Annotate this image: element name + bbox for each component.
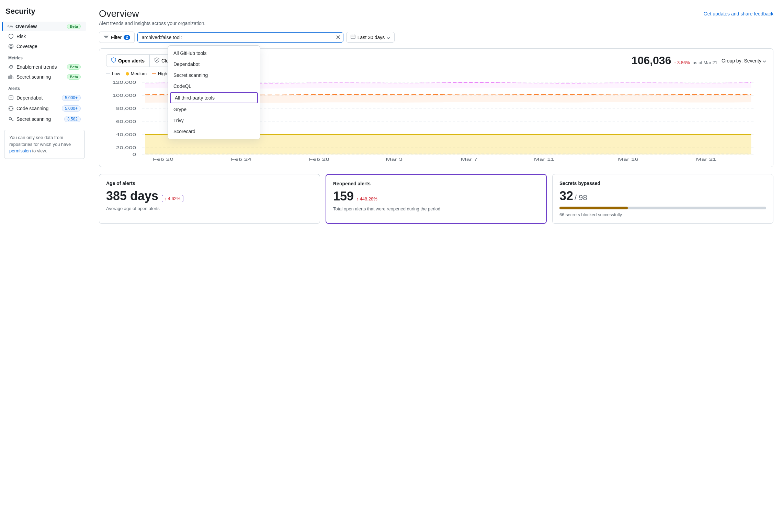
dropdown-item-codeql[interactable]: CodeQL <box>168 81 260 92</box>
age-change-box: ↑ 4.62% <box>162 195 183 202</box>
search-input[interactable] <box>137 32 343 43</box>
svg-text:Mar 11: Mar 11 <box>534 157 555 161</box>
sidebar-item-label-coverage: Coverage <box>16 44 37 49</box>
sidebar-item-enablement[interactable]: Enablement trends Beta <box>3 62 86 72</box>
svg-text:Mar 16: Mar 16 <box>618 157 638 161</box>
svg-rect-6 <box>10 75 11 79</box>
sidebar-item-risk[interactable]: Risk <box>3 32 86 41</box>
overview-beta-badge: Beta <box>67 24 81 29</box>
legend-low: Low <box>106 71 120 76</box>
dropdown-item-all-github[interactable]: All GitHub tools <box>168 48 260 59</box>
key-icon <box>8 116 14 122</box>
legend-medium-icon <box>126 72 129 76</box>
svg-text:Mar 7: Mar 7 <box>461 157 478 161</box>
wave-icon <box>7 24 13 29</box>
svg-rect-7 <box>12 77 13 79</box>
secret-scanning-alert-count: 3,582 <box>64 116 81 122</box>
svg-rect-13 <box>351 35 355 39</box>
chevron-down-group-icon <box>763 58 766 63</box>
alerts-section-label: Alerts <box>0 82 89 92</box>
shield-closed-icon <box>155 57 159 64</box>
permission-info-box: You can only see data from repositories … <box>4 130 85 159</box>
reopened-alerts-title: Reopened alerts <box>333 181 539 186</box>
arrow-up-icon: ↑ <box>674 60 676 65</box>
sidebar-item-dependabot[interactable]: Dependabot 5,000+ <box>3 93 86 103</box>
open-alerts-tab[interactable]: Open alerts <box>106 54 150 67</box>
alerts-count-display: 106,036 ↑ 3.86% as of Mar 21 <box>632 54 717 67</box>
alert-count: 106,036 <box>632 54 671 67</box>
legend-medium: Medium <box>126 71 147 76</box>
sidebar-item-code-scanning[interactable]: Code scanning 5,000+ <box>3 103 86 114</box>
dropdown-item-grype[interactable]: Grype <box>168 104 260 115</box>
group-by-control[interactable]: Group by: Severity <box>722 58 766 63</box>
bottom-cards: Age of alerts 385 days ↑ 4.62% Average a… <box>99 174 773 224</box>
arrow-up-age-icon: ↑ <box>164 196 167 201</box>
main-header: Overview Alert trends and insights acros… <box>99 8 773 26</box>
dependabot-icon <box>8 95 14 101</box>
age-of-alerts-title: Age of alerts <box>106 181 313 186</box>
sidebar-item-label-dependabot: Dependabot <box>16 95 43 101</box>
sidebar-item-label-code-scanning: Code scanning <box>16 106 48 111</box>
filter-bar: Filter 2 ✕ Last 30 days All GitHub tools… <box>99 32 773 43</box>
reopened-alerts-card: Reopened alerts 159 ↑ 448.28% Total open… <box>326 174 547 224</box>
sidebar-item-coverage[interactable]: Coverage <box>3 42 86 51</box>
sidebar-item-secret-scanning-metric[interactable]: Secret scanning Beta <box>3 72 86 82</box>
secrets-progress-track <box>559 207 766 209</box>
permission-link[interactable]: permission <box>9 148 31 153</box>
reopened-alerts-desc: Total open alerts that were reopened dur… <box>333 206 539 211</box>
chevron-down-icon <box>387 35 390 40</box>
filter-icon <box>103 34 109 41</box>
legend-low-icon <box>106 73 110 74</box>
dropdown-item-scorecard[interactable]: Scorecard <box>168 126 260 137</box>
sidebar: Security Overview Beta Risk <box>0 0 89 532</box>
age-of-alerts-value: 385 days <box>106 189 158 203</box>
age-change-value: 4.62% <box>168 196 181 201</box>
alert-change: ↑ 3.86% <box>674 60 690 65</box>
secret-scanning-beta-badge: Beta <box>67 74 81 80</box>
page-subtitle: Alert trends and insights across your or… <box>99 21 206 26</box>
arrow-up-reopen-icon: ↑ <box>356 196 359 201</box>
calendar-icon <box>351 34 355 40</box>
filter-count-badge: 2 <box>124 35 130 40</box>
target-icon <box>8 44 14 49</box>
age-of-alerts-desc: Average age of open alerts <box>106 206 313 211</box>
feedback-link[interactable]: Get updates and share feedback <box>704 11 773 16</box>
svg-text:40,000: 40,000 <box>116 132 136 137</box>
date-range-button[interactable]: Last 30 days <box>346 32 395 43</box>
svg-point-9 <box>10 97 11 98</box>
tool-dropdown: All GitHub tools Dependabot Secret scann… <box>168 45 260 139</box>
svg-text:Feb 24: Feb 24 <box>231 157 251 161</box>
svg-text:Feb 28: Feb 28 <box>309 157 329 161</box>
svg-text:Mar 21: Mar 21 <box>696 157 716 161</box>
svg-point-10 <box>12 97 12 98</box>
bar-chart-icon <box>8 74 14 80</box>
dropdown-item-trivy[interactable]: Trivy <box>168 115 260 126</box>
sidebar-item-label-risk: Risk <box>16 34 26 39</box>
secrets-bypassed-card: Secrets bypassed 32 / 98 66 secrets bloc… <box>552 174 773 224</box>
alert-date: as of Mar 21 <box>693 60 717 65</box>
legend-high: High <box>152 71 167 76</box>
date-range-label: Last 30 days <box>358 35 385 40</box>
svg-text:80,000: 80,000 <box>116 106 136 111</box>
page-title: Overview <box>99 8 206 19</box>
sidebar-item-label-enablement: Enablement trends <box>16 64 57 70</box>
svg-point-2 <box>11 46 11 47</box>
secrets-bypassed-title: Secrets bypassed <box>559 181 766 186</box>
sidebar-item-secret-scanning-alert[interactable]: Secret scanning 3,582 <box>3 114 86 124</box>
dropdown-item-dependabot[interactable]: Dependabot <box>168 59 260 70</box>
secrets-bypassed-fraction: / 98 <box>575 193 587 202</box>
sidebar-item-label-secret-scanning-alert: Secret scanning <box>16 116 51 122</box>
secrets-bypassed-value: 32 <box>559 189 573 203</box>
dropdown-item-secret-scanning[interactable]: Secret scanning <box>168 70 260 81</box>
sidebar-item-overview[interactable]: Overview Beta <box>2 22 86 31</box>
svg-text:100,000: 100,000 <box>112 93 136 97</box>
dropdown-item-all-third-party[interactable]: All third-party tools <box>170 92 258 103</box>
dependabot-count: 5,000+ <box>62 95 81 101</box>
age-of-alerts-card: Age of alerts 385 days ↑ 4.62% Average a… <box>99 174 320 224</box>
filter-button[interactable]: Filter 2 <box>99 32 135 43</box>
search-clear-button[interactable]: ✕ <box>336 34 341 41</box>
chart-line-icon <box>8 64 14 70</box>
shield-icon <box>8 34 14 39</box>
sidebar-item-label-secret-scanning-metric: Secret scanning <box>16 74 51 80</box>
main-content: Overview Alert trends and insights acros… <box>89 0 783 532</box>
